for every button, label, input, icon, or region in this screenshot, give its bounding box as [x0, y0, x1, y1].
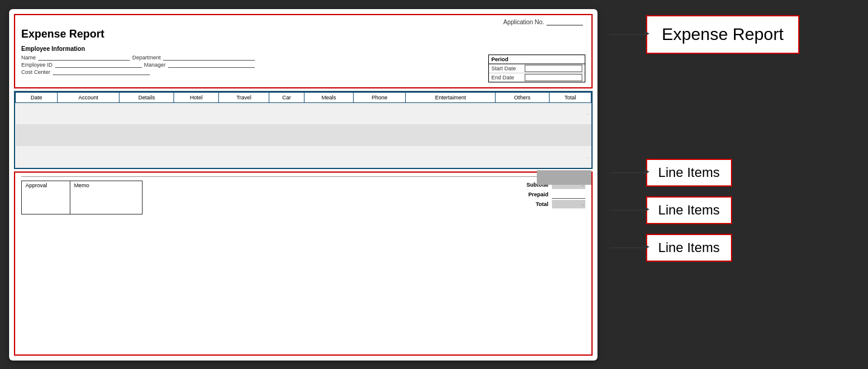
footer-section: Approval Memo Subtotal -: [14, 171, 593, 356]
annotation-line-items-2: Line Items: [610, 196, 859, 224]
employee-id-label: Employee ID: [21, 62, 53, 68]
col-travel: Travel: [219, 92, 269, 102]
cost-center-label: Cost Center: [21, 69, 50, 75]
footer-divider: [21, 176, 585, 177]
header-section: Application No. Expense Report Employee …: [14, 14, 593, 88]
col-meals: Meals: [304, 92, 353, 102]
employee-id-input[interactable]: [55, 62, 142, 68]
prepaid-value[interactable]: [552, 190, 585, 199]
col-total: Total: [549, 92, 591, 102]
period-title: Period: [489, 55, 585, 64]
manager-label: Manager: [144, 62, 166, 68]
approval-header-label: Approval: [22, 181, 70, 190]
footer-content: Approval Memo Subtotal -: [21, 181, 585, 214]
name-field-line: Name Department: [21, 55, 255, 61]
expense-table: Date Account Details Hotel Travel Car Me…: [15, 92, 591, 168]
name-label: Name: [21, 55, 36, 61]
approval-body-col: [22, 190, 70, 214]
cost-center-input[interactable]: [53, 69, 150, 75]
employee-info-header: Employee Information: [21, 45, 585, 52]
col-car: Car: [269, 92, 304, 102]
arrow-line-items-3: [610, 247, 646, 248]
annotation-line-items-3: Line Items: [610, 234, 859, 262]
application-no-label: Application No.: [503, 19, 544, 25]
report-title: Expense Report: [21, 28, 585, 41]
approval-body: [22, 190, 142, 214]
annotation-line-items-1: Line Items: [610, 159, 859, 187]
period-box: Period Start Date End Date: [488, 55, 585, 82]
application-no-box[interactable]: [547, 19, 583, 25]
department-label: Department: [132, 55, 161, 61]
table-row: -: [16, 102, 591, 124]
fields-left: Name Department Employee ID Manager Cost…: [21, 55, 255, 75]
document-area: Application No. Expense Report Employee …: [9, 9, 597, 361]
col-date: Date: [16, 92, 58, 102]
employee-id-field-line: Employee ID Manager: [21, 62, 255, 68]
table-row: -: [16, 124, 591, 146]
line-items-label-3: Line Items: [646, 234, 732, 262]
end-date-input[interactable]: [525, 74, 582, 81]
memo-header-label: Memo: [70, 181, 131, 190]
start-date-label: Start Date: [491, 65, 525, 71]
table-header-row: Date Account Details Hotel Travel Car Me…: [16, 92, 591, 102]
col-hotel: Hotel: [174, 92, 219, 102]
col-entertainment: Entertaiment: [406, 92, 496, 102]
end-date-label: End Date: [491, 75, 525, 81]
end-date-row: End Date: [489, 73, 585, 82]
approval-memo-area: Approval Memo: [21, 181, 143, 214]
total-label: Total: [515, 201, 548, 207]
arrow-title: [610, 34, 646, 35]
cost-center-field-line: Cost Center: [21, 69, 255, 75]
memo-body-col: [70, 190, 131, 214]
manager-input[interactable]: [168, 62, 255, 68]
start-date-row: Start Date: [489, 64, 585, 73]
annotation-title: Expense Report: [610, 15, 859, 54]
approval-table-header: Approval Memo: [22, 181, 142, 190]
expense-report-label: Expense Report: [646, 15, 799, 54]
arrow-line-items-1: [610, 172, 646, 173]
table-section: Date Account Details Hotel Travel Car Me…: [14, 91, 593, 170]
col-others: Others: [496, 92, 550, 102]
main-container: Application No. Expense Report Employee …: [0, 0, 868, 369]
arrow-line-items-2: [610, 210, 646, 211]
approval-table: Approval Memo: [21, 181, 143, 214]
col-account: Account: [57, 92, 119, 102]
name-input[interactable]: [38, 55, 130, 61]
prepaid-row: Prepaid: [488, 190, 585, 199]
line-items-label-1: Line Items: [646, 159, 732, 187]
summary-gray-block: [537, 170, 591, 185]
table-row: -: [16, 146, 591, 168]
prepaid-label: Prepaid: [515, 191, 548, 198]
line-items-label-2: Line Items: [646, 196, 732, 224]
app-no-line: Application No.: [21, 19, 585, 25]
total-value: -: [552, 200, 585, 208]
department-input[interactable]: [163, 55, 255, 61]
annotations-mid: Line Items Line Items Line Items: [597, 54, 859, 354]
annotations-area: Expense Report Line Items Line Items Lin…: [597, 9, 859, 361]
fields-row: Name Department Employee ID Manager Cost…: [21, 55, 585, 82]
total-row: Total -: [488, 200, 585, 208]
col-phone: Phone: [354, 92, 406, 102]
col-details: Details: [119, 92, 174, 102]
start-date-input[interactable]: [525, 65, 582, 72]
